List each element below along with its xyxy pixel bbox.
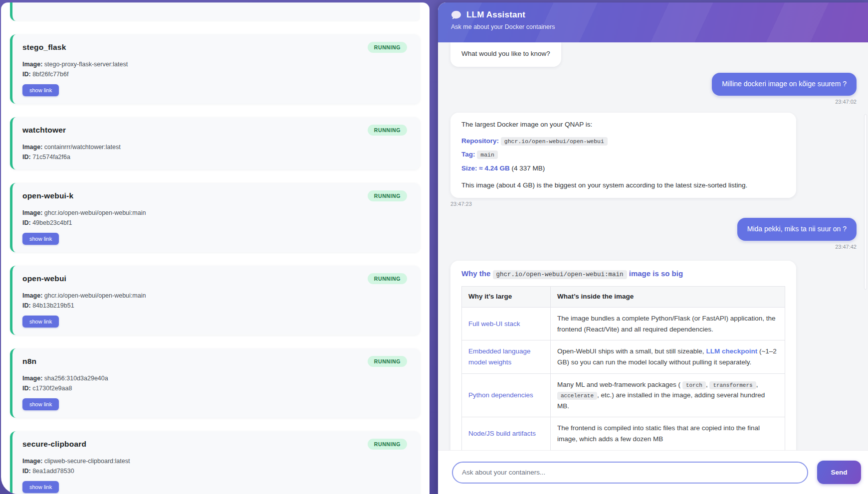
id-label: ID:: [22, 71, 31, 78]
image-row: Image: ghcr.io/open-webui/open-webui:mai…: [22, 208, 407, 218]
image-label: Image:: [22, 144, 42, 151]
chat-header: LLM Assistant Ask me about your Docker c…: [438, 2, 868, 42]
user-message-bubble: Milline dockeri image on kõige suurem ?: [712, 73, 857, 96]
id-label: ID:: [22, 468, 31, 475]
status-badge: RUNNING: [368, 42, 407, 53]
table-row: Full web-UI stack The image bundles a co…: [462, 308, 785, 340]
torch-code: torch: [682, 381, 706, 389]
answer-intro: The largest Docker image on your QNAP is…: [461, 120, 785, 130]
show-link-button[interactable]: show link: [22, 398, 59, 410]
image-value: clipweb-secure-clipboard:latest: [44, 458, 130, 465]
table-cell-what: Open-WebUI ships with a small, but still…: [551, 340, 785, 373]
id-label: ID:: [22, 154, 31, 161]
image-value: containrrr/watchtower:latest: [44, 144, 121, 151]
table-cell-why: Python dependencies: [462, 373, 551, 417]
container-name: open-webui: [22, 274, 66, 283]
id-row: ID: 8ea1add78530: [22, 466, 407, 476]
table-cell-what: Many ML and web-framework packages ( tor…: [551, 373, 785, 417]
status-badge: RUNNING: [368, 356, 407, 367]
assistant-greeting-bubble: What would you like to know?: [450, 42, 561, 67]
show-link-button[interactable]: show link: [22, 481, 59, 493]
heading-pre: Why the: [461, 269, 490, 278]
status-badge: RUNNING: [368, 190, 407, 201]
tag-value-code: main: [477, 151, 498, 159]
user-message-bubble: Mida pekki, miks ta nii suur on ?: [737, 218, 857, 241]
id-label: ID:: [22, 385, 31, 392]
container-name: n8n: [22, 357, 36, 366]
container-card: watchtower RUNNING Image: containrrr/wat…: [10, 117, 420, 169]
heading-image-code: ghcr.io/open-webui/open-webui:main: [493, 270, 627, 279]
image-value: ghcr.io/open-webui/open-webui:main: [44, 209, 146, 216]
container-name: watchtower: [22, 126, 66, 135]
container-card: open-webui-k RUNNING Image: ghcr.io/open…: [10, 183, 420, 252]
size-label: Size:: [461, 165, 477, 172]
speech-bubble-icon: [451, 10, 461, 20]
show-link-button[interactable]: show link: [22, 316, 59, 328]
status-badge: RUNNING: [368, 273, 407, 284]
chat-messages[interactable]: What would you like to know? Milline doc…: [438, 42, 868, 450]
assistant-answer-bubble: The largest Docker image on your QNAP is…: [450, 113, 796, 198]
greeting-text: What would you like to know?: [461, 50, 550, 57]
status-badge: RUNNING: [368, 439, 407, 450]
chat-scrollbar-thumb[interactable]: [864, 114, 867, 290]
chat-input-bar: Send: [438, 450, 868, 494]
show-link-button[interactable]: show link: [22, 233, 59, 245]
show-link-button[interactable]: show link: [22, 84, 59, 96]
image-row: Image: ghcr.io/open-webui/open-webui:mai…: [22, 291, 407, 301]
container-name: open-webui-k: [22, 191, 73, 200]
image-label: Image:: [22, 375, 42, 382]
user-message-text: Mida pekki, miks ta nii suur on ?: [747, 225, 847, 233]
container-card: open-webui RUNNING Image: ghcr.io/open-w…: [10, 266, 420, 335]
id-row: ID: 71c574fa2f6a: [22, 152, 407, 162]
image-label: Image:: [22, 292, 42, 299]
container-name: stego_flask: [22, 43, 66, 52]
table-heading: Why the ghcr.io/open-webui/open-webui:ma…: [461, 268, 785, 280]
id-value: 84b13b219b51: [32, 302, 74, 309]
id-row: ID: 84b13b219b51: [22, 301, 407, 311]
image-size-table: Why it’s large What’s inside the image F…: [461, 286, 785, 450]
chat-subtitle: Ask me about your Docker containers: [451, 23, 855, 30]
image-label: Image:: [22, 209, 42, 216]
repository-label: Repository:: [461, 137, 499, 145]
chat-input[interactable]: [452, 462, 808, 484]
message-timestamp: 23:47:02: [835, 99, 857, 105]
container-name: secure-clipboard: [22, 440, 86, 449]
id-label: ID:: [22, 219, 31, 226]
table-cell-why: Embedded language model weights: [462, 340, 551, 373]
user-message-text: Milline dockeri image on kõige suurem ?: [722, 80, 847, 88]
partial-container-card: show link: [10, 2, 420, 21]
image-value: sha256:310d3a29e40a: [44, 375, 108, 382]
table-header-what: What’s inside the image: [551, 287, 785, 308]
table-cell-what: The frontend is compiled into static fil…: [551, 417, 785, 450]
image-row: Image: stego-proxy-flask-server:latest: [22, 59, 407, 69]
repository-value-code: ghcr.io/open-webui/open-webui: [501, 137, 608, 146]
table-header-why: Why it’s large: [462, 287, 551, 308]
id-value: 71c574fa2f6a: [32, 154, 70, 161]
llm-checkpoint-link[interactable]: LLM checkpoint: [706, 347, 757, 355]
repository-row: Repository: ghcr.io/open-webui/open-webu…: [461, 136, 785, 147]
answer-outro: This image (about 4 GB) is the biggest o…: [461, 180, 785, 191]
size-value: ≈ 4.24 GB: [479, 165, 509, 172]
container-card: secure-clipboard RUNNING Image: clipweb-…: [10, 431, 420, 494]
status-badge: RUNNING: [368, 125, 407, 136]
accelerate-code: accelerate: [557, 392, 597, 400]
llm-assistant-panel: LLM Assistant Ask me about your Docker c…: [438, 2, 868, 494]
containers-panel: show link stego_flask RUNNING Image: ste…: [1, 2, 430, 494]
table-cell-why: Node/JS build artifacts: [462, 417, 551, 450]
id-value: 8ea1add78530: [32, 468, 74, 475]
image-label: Image:: [22, 61, 42, 68]
tag-label: Tag:: [461, 151, 475, 158]
assistant-table-bubble: Why the ghcr.io/open-webui/open-webui:ma…: [450, 261, 796, 450]
image-value: ghcr.io/open-webui/open-webui:main: [44, 292, 146, 299]
table-row: Node/JS build artifacts The frontend is …: [462, 417, 785, 450]
transformers-code: transformers: [709, 381, 756, 389]
id-value: c1730f2e9aa8: [32, 385, 72, 392]
image-row: Image: containrrr/watchtower:latest: [22, 142, 407, 152]
table-row: Embedded language model weights Open-Web…: [462, 340, 785, 373]
id-row: ID: c1730f2e9aa8: [22, 383, 407, 393]
id-row: ID: 49beb23c4bf1: [22, 218, 407, 228]
table-cell-what: The image bundles a complete Python/Flas…: [551, 308, 785, 340]
id-value: 8bf26fc77b6f: [32, 71, 68, 78]
tag-row: Tag: main: [461, 150, 785, 160]
send-button[interactable]: Send: [817, 461, 861, 484]
